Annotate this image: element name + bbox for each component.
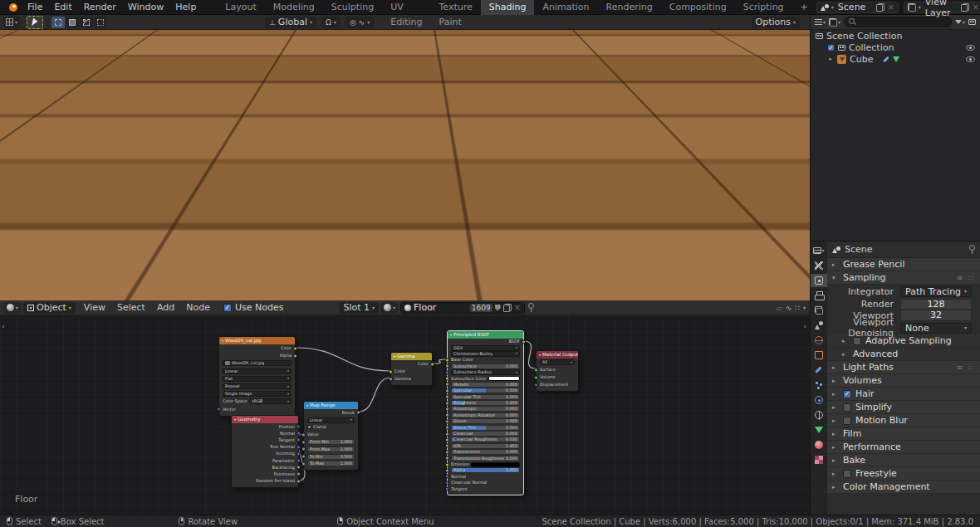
properties-tab-scene[interactable] (811, 319, 827, 332)
properties-editor-type-dropdown[interactable]: ▾ (811, 244, 827, 257)
panel-sampling[interactable]: ▾Sampling≡ ∷ (827, 271, 980, 285)
specular-tint-slider[interactable]: Specular Tint0.000 (451, 394, 520, 400)
node-wood-image-texture[interactable]: ▾Wood26_col.jpgColorAlphaWood26_col.jpgL… (218, 336, 296, 417)
panel-hair[interactable]: ▸✓Hair (827, 388, 980, 401)
emission-socket[interactable] (445, 462, 449, 466)
properties-tab-tex[interactable] (811, 453, 827, 466)
tangent-socket[interactable] (445, 487, 449, 491)
panel-color-management[interactable]: ▸Color Management (827, 481, 980, 494)
browse-material-dropdown[interactable]: ▾ (381, 302, 398, 314)
snap-grid-icon[interactable]: ∷ (795, 304, 800, 312)
transform-orientation-dropdown[interactable]: ⊥Global▾ (265, 17, 316, 28)
node-map-range[interactable]: ▾Map RangeResultLinear▾✓ClampValueFrom M… (303, 401, 359, 471)
properties-tab-part[interactable] (811, 378, 827, 392)
collection-checkbox[interactable]: ✓ (827, 44, 835, 51)
workspace-tab-compositing[interactable]: Compositing (661, 0, 735, 15)
gizmos-dropdown[interactable]: ✛▾ (674, 32, 692, 46)
rendered-shading-button[interactable] (772, 33, 785, 46)
new-collection-button[interactable] (968, 19, 976, 25)
base-color-socket[interactable] (445, 358, 449, 362)
properties-tab-constr[interactable] (811, 408, 827, 422)
metallic-slider[interactable]: Metallic0.000 (451, 382, 520, 388)
integrator-field[interactable]: Path Tracing▾ (900, 286, 972, 297)
repeat-dropdown[interactable]: Repeat▾ (223, 383, 292, 389)
sheen-socket[interactable] (445, 419, 449, 423)
workspace-tab-rendering[interactable]: Rendering (598, 0, 661, 15)
surface-socket[interactable] (534, 368, 538, 372)
pin-icon[interactable] (968, 245, 975, 254)
srgb-dropdown[interactable]: sRGB▾ (249, 398, 292, 404)
parent-node-tree-icon[interactable]: ▱ (777, 304, 782, 312)
properties-tab-viewlayer[interactable] (811, 304, 827, 317)
select-mode-new[interactable] (51, 17, 65, 28)
to-max-slider[interactable]: To Max1.000 (307, 461, 355, 466)
fake-user-shield-icon[interactable] (495, 305, 501, 311)
color-socket[interactable] (389, 369, 393, 373)
emission-color-swatch[interactable] (471, 462, 520, 467)
node-material-output[interactable]: ▾Material OutputAll▾SurfaceVolumeDisplac… (536, 350, 579, 392)
sheen-slider[interactable]: Sheen0.000 (451, 418, 520, 424)
vector-socket[interactable] (217, 407, 221, 412)
checkbox-simplify[interactable] (843, 403, 851, 412)
workspace-tab-modeling[interactable]: Modeling (265, 0, 323, 15)
node-header[interactable]: ▾Map Range (304, 402, 358, 409)
shader-type-dropdown[interactable]: Object▾ (23, 302, 76, 314)
panel-grease-pencil[interactable]: ▸Grease Pencil (827, 258, 980, 271)
outliner-row-scene-collection[interactable]: Scene Collection (811, 30, 980, 41)
panel-advanced[interactable]: ▸Advanced (827, 348, 980, 361)
pointiness-socket[interactable] (296, 472, 301, 476)
editor-type-dropdown[interactable]: ▾ (3, 17, 20, 28)
node-geometry[interactable]: ▾GeometryPositionNormalTangentTrue Norma… (231, 415, 299, 488)
alpha-slider[interactable]: Alpha1.000 (451, 467, 520, 473)
to-max-socket[interactable] (301, 461, 306, 466)
solid-shading-button[interactable] (746, 33, 758, 46)
checkbox-motion-blur[interactable] (843, 417, 851, 425)
clamp-checkbox[interactable]: ✓ (307, 425, 311, 429)
alpha-socket[interactable] (293, 354, 297, 358)
new-material-button[interactable] (503, 304, 512, 312)
random-per-island-socket[interactable] (296, 479, 301, 483)
viewport-field[interactable]: 32 (900, 310, 972, 321)
ggx-dropdown[interactable]: GGX▾ (451, 345, 520, 351)
menu-render[interactable]: Render (78, 2, 122, 12)
material-name[interactable]: Floor (414, 302, 436, 313)
new-scene-button[interactable] (876, 3, 884, 12)
menu-file[interactable]: File (22, 2, 48, 12)
properties-tab-tool[interactable] (811, 259, 827, 272)
object-visibility-dropdown[interactable]: ◖▾ (657, 32, 672, 46)
shader-menu-node[interactable]: Node (180, 300, 216, 315)
specular-slider[interactable]: Specular0.500 (451, 388, 520, 393)
render-field[interactable]: 128 (900, 299, 972, 310)
display-mode-dropdown[interactable]: ▾ (815, 19, 826, 25)
scene-selector[interactable]: ▾ Scene × (816, 2, 899, 13)
pause-render-button[interactable] (793, 32, 805, 46)
properties-tab-object[interactable] (811, 349, 827, 362)
material-preview-button[interactable] (759, 33, 772, 46)
true-normal-socket[interactable] (296, 445, 301, 449)
overlays-dropdown[interactable]: ◎▾ (694, 32, 712, 46)
subsurface-radius-socket[interactable] (445, 370, 449, 374)
new-view-layer-button[interactable] (961, 3, 969, 12)
transmission-slider[interactable]: Transmission0.000 (451, 449, 520, 455)
from-max-slider[interactable]: From Max1.000 (307, 446, 355, 452)
anisotropic-rotation-slider[interactable]: Anisotropic Rotation0.000 (451, 412, 520, 418)
3d-viewport[interactable]: Object Mode▾ ViewSelectAddObject User Pe… (0, 30, 810, 300)
modifier-wrench-icon[interactable] (884, 56, 890, 62)
panel-motion-blur[interactable]: ▸Motion Blur (827, 414, 980, 427)
volume-socket[interactable] (534, 375, 538, 379)
sheen-tint-slider[interactable]: Sheen Tint0.500 (451, 425, 520, 431)
workspace-tab-animation[interactable]: Animation (534, 0, 597, 15)
result-socket[interactable] (356, 411, 360, 415)
material-name-field[interactable]: Floor 1609 × (400, 302, 525, 314)
to-min-slider[interactable]: To Min0.500 (307, 454, 355, 460)
value-socket[interactable] (301, 432, 306, 437)
properties-tab-mat[interactable] (811, 438, 827, 451)
expand-arrow[interactable]: ▸ (827, 56, 834, 62)
pin-id-toggle[interactable] (527, 303, 534, 312)
checkbox-hair[interactable]: ✓ (843, 390, 851, 398)
pro-portional-editing-dropdown[interactable]: ◎ ∿▾ (345, 17, 374, 28)
parametric-socket[interactable] (296, 459, 301, 463)
viewport-menu-select[interactable]: Select (129, 32, 170, 46)
wireframe-shading-button[interactable] (733, 33, 745, 46)
properties-tab-mod[interactable] (811, 364, 827, 377)
